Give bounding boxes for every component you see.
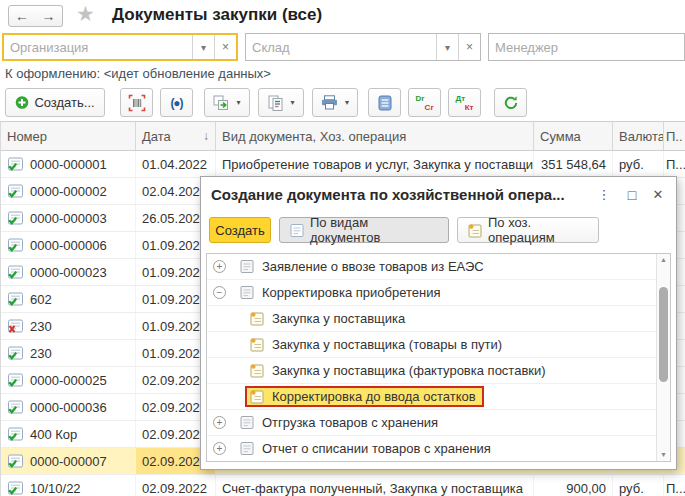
cell-p: П... — [664, 475, 685, 496]
table-row[interactable]: 0000-000001 01.04.2022 Приобретение това… — [1, 151, 685, 178]
dialog-maximize-icon[interactable]: □ — [622, 185, 642, 205]
expand-toggle-icon[interactable]: − — [213, 286, 226, 299]
favorite-star-icon[interactable]: ★ — [76, 2, 95, 26]
tree-item-label: Корректировка приобретения — [262, 285, 440, 300]
page-title: Документы закупки (все) — [112, 5, 322, 25]
operation-icon — [250, 389, 264, 404]
dialog-toolbar: Создать По видам документов По хоз. опе — [201, 217, 676, 245]
warehouse-dropdown-icon[interactable]: ▾ — [436, 34, 458, 60]
organization-clear-icon[interactable]: × — [214, 35, 236, 59]
table-header: Номер Дата ↓ Вид документа, Хоз. операци… — [1, 122, 685, 151]
table-row[interactable]: 10/10/22 02.09.2022 Счет-фактура получен… — [1, 475, 685, 496]
column-header-number[interactable]: Номер — [1, 122, 136, 150]
scroll-up-icon[interactable]: ▲ — [657, 254, 670, 266]
barcode-icon — [128, 94, 146, 112]
doc-types-icon — [290, 223, 304, 238]
copy-dropdown-caret-icon: ▾ — [236, 98, 240, 107]
cell-number: 0000-000001 — [1, 151, 136, 177]
warehouse-clear-icon[interactable]: × — [458, 34, 480, 60]
operation-icon — [250, 337, 264, 352]
expand-toggle-icon[interactable]: + — [213, 416, 226, 429]
document-status-icon — [7, 238, 24, 253]
doc-type-icon — [240, 259, 254, 274]
column-header-sum[interactable]: Сумма — [534, 122, 613, 150]
cell-number: 10/10/22 — [1, 475, 136, 496]
tree-item[interactable]: Закупка у поставщика (товары в пути) — [207, 332, 670, 358]
tree-item-label: Отгрузка товаров с хранения — [262, 415, 438, 430]
scroll-down-icon[interactable]: ▼ — [657, 449, 670, 461]
refresh-button[interactable] — [494, 88, 527, 117]
cell-number: 0000-000023 — [1, 259, 136, 285]
tree-scrollbar[interactable]: ▲ ▼ — [656, 254, 670, 461]
operation-tree: + Зая — [206, 253, 671, 462]
tree-item[interactable]: Закупка у поставщика (фактуровка поставк… — [207, 358, 670, 384]
cell-doc-type: Счет-фактура полученный, Закупка у поста… — [216, 475, 534, 496]
organization-dropdown-icon[interactable]: ▾ — [192, 35, 214, 59]
rfid-icon: (●) — [170, 96, 182, 110]
tree-item[interactable]: + Зая — [207, 254, 670, 280]
dr-cr-icon: DrCr — [416, 94, 434, 112]
dt-kt-button[interactable]: ДтКт — [448, 88, 481, 117]
print-forms-button[interactable]: ▾ — [258, 88, 304, 117]
document-status-icon — [7, 373, 24, 388]
manager-input[interactable] — [489, 34, 684, 60]
tree-item-label: Закупка у поставщика — [272, 311, 405, 326]
tree-item-label: Корректировка до ввода остатков — [272, 389, 476, 404]
tree-item[interactable]: − Кор — [207, 280, 670, 306]
tree-item[interactable]: Закупка у поставщика — [207, 306, 670, 332]
document-status-icon — [7, 427, 24, 442]
by-doc-types-toggle[interactable]: По видам документов — [279, 217, 449, 243]
warehouse-input[interactable] — [246, 34, 436, 60]
tree-item-inner: Закупка у поставщика — [245, 308, 413, 329]
dt-kt-icon: ДтКт — [456, 94, 474, 112]
dialog-create-button[interactable]: Создать — [209, 217, 271, 243]
tree-item-inner: Отчет о списании товаров с хранения — [235, 438, 499, 459]
column-header-currency[interactable]: Валюта — [613, 122, 664, 150]
barcode-scan-button[interactable] — [120, 88, 153, 117]
cell-doc-type: Приобретение товаров и услуг, Закупка у … — [216, 151, 534, 177]
warehouse-filter: ▾ × — [245, 33, 481, 61]
doc-type-icon — [240, 441, 254, 456]
dr-cr-button[interactable]: DrCr — [408, 88, 441, 117]
organization-input[interactable] — [4, 35, 192, 59]
forward-button[interactable]: → — [35, 5, 63, 27]
expand-toggle-icon[interactable]: + — [213, 260, 226, 273]
cell-number: 400 Кор — [1, 421, 136, 447]
purchase-documents-window: ← → ★ Документы закупки (все) ▾ × ▾ × К … — [0, 0, 685, 496]
tree-item[interactable]: + Отг — [207, 410, 670, 436]
expand-toggle-icon[interactable]: + — [213, 442, 226, 455]
print-caret-icon: ▾ — [345, 98, 349, 107]
print-button[interactable]: ▾ — [312, 88, 358, 117]
tree-item[interactable]: Корректировка до ввода остатков — [207, 384, 670, 410]
column-header-p[interactable]: П.. — [664, 122, 685, 150]
copy-button[interactable]: ▾ — [204, 88, 250, 117]
dialog-title: Создание документа по хозяйственной опер… — [211, 186, 565, 203]
dialog-more-icon[interactable]: ⋮ — [594, 185, 614, 205]
operation-icon — [250, 311, 264, 326]
cell-date: 02.09.2022 — [136, 475, 216, 496]
doc-type-icon — [240, 285, 254, 300]
scrollbar-thumb[interactable] — [659, 287, 668, 382]
printer-icon — [321, 95, 338, 110]
column-header-doc-type[interactable]: Вид документа, Хоз. операция — [216, 122, 534, 150]
document-status-icon — [7, 454, 24, 469]
rfid-read-button[interactable]: (●) — [160, 88, 193, 117]
plus-icon — [15, 95, 29, 110]
tree-item-inner: Закупка у поставщика (фактуровка поставк… — [245, 360, 554, 381]
back-button[interactable]: ← — [8, 5, 36, 27]
sort-desc-icon: ↓ — [203, 129, 209, 143]
to-process-link[interactable]: К оформлению: <идет обновление данных> — [5, 66, 271, 81]
document-status-icon — [7, 292, 24, 307]
cell-number: 602 — [1, 286, 136, 312]
column-header-date[interactable]: Дата ↓ — [136, 122, 216, 150]
by-operations-toggle[interactable]: По хоз. операциям — [457, 217, 599, 243]
tree-item[interactable]: + Отч — [207, 436, 670, 462]
create-button-label: Создать... — [34, 95, 94, 110]
create-button[interactable]: Создать... — [5, 88, 105, 117]
list-settings-button[interactable] — [368, 88, 401, 117]
document-status-icon — [7, 265, 24, 280]
dialog-close-icon[interactable]: ✕ — [648, 185, 668, 205]
cell-number: 0000-000002 — [1, 178, 136, 204]
tree-item-label: Закупка у поставщика (товары в пути) — [272, 337, 502, 352]
document-status-icon — [7, 157, 24, 172]
